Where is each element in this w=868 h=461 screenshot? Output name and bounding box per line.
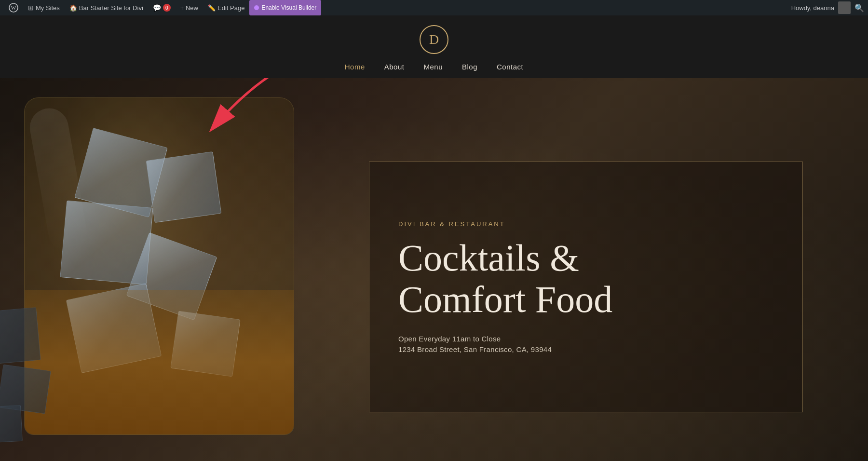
nav-blog[interactable]: Blog	[462, 63, 477, 71]
hero-headline-line1: Cocktails &	[398, 237, 579, 279]
hero-content-box: DIVI BAR & RESTAURANT Cocktails & Comfor…	[369, 162, 803, 412]
divi-logo-icon	[254, 5, 259, 10]
home-icon: 🏠	[69, 4, 77, 12]
site-logo[interactable]: D	[420, 25, 448, 54]
hero-hours: Open Everyday 11am to Close	[398, 335, 773, 343]
comment-icon: 💬	[153, 4, 161, 12]
site-nav: Home About Menu Blog Contact	[345, 63, 523, 71]
comments-item[interactable]: 💬 0	[148, 0, 176, 15]
grid-icon: ⊞	[28, 4, 34, 12]
howdy-text: Howdy, deanna	[791, 4, 834, 12]
nav-menu[interactable]: Menu	[423, 63, 443, 71]
svg-text:W: W	[11, 5, 16, 11]
search-icon[interactable]: 🔍	[854, 3, 864, 13]
hero-details: Open Everyday 11am to Close 1234 Broad S…	[398, 335, 773, 353]
hero-address: 1234 Broad Street, San Francisco, CA, 93…	[398, 345, 773, 353]
enable-visual-builder-button[interactable]: Enable Visual Builder	[249, 0, 321, 15]
site-name-item[interactable]: 🏠 Bar Starter Site for Divi	[65, 0, 148, 15]
wp-logo-item[interactable]: W	[4, 0, 23, 15]
my-sites-item[interactable]: ⊞ My Sites	[23, 0, 65, 15]
hero-headline-line2: Comfort Food	[398, 278, 612, 320]
hero-section: DIVI BAR & RESTAURANT Cocktails & Comfor…	[0, 78, 868, 461]
pencil-icon: ✏️	[208, 4, 216, 12]
site-header: D Home About Menu Blog Contact	[0, 15, 868, 78]
hero-headline: Cocktails & Comfort Food	[398, 237, 773, 320]
logo-letter: D	[429, 32, 439, 47]
nav-about[interactable]: About	[384, 63, 405, 71]
nav-contact[interactable]: Contact	[497, 63, 523, 71]
comments-count: 0	[163, 4, 171, 12]
new-item[interactable]: + New	[176, 0, 203, 15]
user-avatar	[838, 1, 851, 14]
ice-cube-2	[146, 151, 222, 223]
admin-bar: W ⊞ My Sites 🏠 Bar Starter Site for Divi…	[0, 0, 868, 15]
nav-home[interactable]: Home	[345, 63, 365, 71]
hero-eyebrow: DIVI BAR & RESTAURANT	[398, 220, 773, 228]
edit-page-item[interactable]: ✏️ Edit Page	[203, 0, 249, 15]
cocktail-glass-image	[0, 78, 347, 461]
admin-bar-right: Howdy, deanna 🔍	[791, 1, 864, 14]
wordpress-icon: W	[9, 3, 18, 13]
